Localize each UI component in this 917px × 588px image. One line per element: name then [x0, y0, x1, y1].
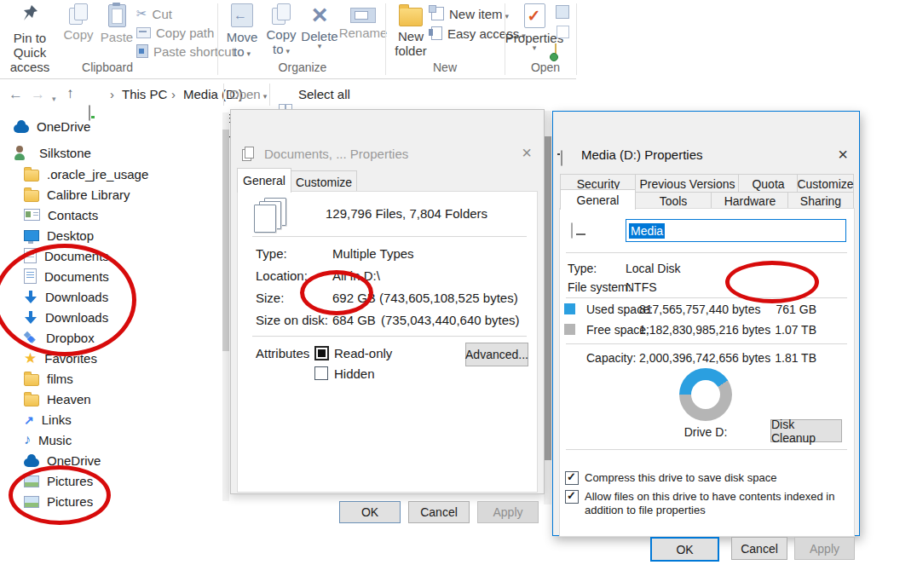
advanced-button[interactable]: Advanced...: [465, 343, 528, 366]
ok-button[interactable]: OK: [650, 537, 719, 562]
drive-icon: [561, 150, 562, 166]
sidebar-item-documents[interactable]: Documents: [24, 246, 109, 265]
sidebar-item-user[interactable]: Silkstone: [14, 143, 91, 162]
divider: [269, 84, 270, 106]
capacity-bytes: 2,000,396,742,656 bytes: [639, 351, 757, 365]
disk-cleanup-button[interactable]: Disk Cleanup: [770, 419, 842, 442]
free-space-size: 1.07 TB: [758, 323, 816, 337]
clipboard-group-label: Clipboard: [0, 61, 215, 74]
open-mini-icon[interactable]: [556, 5, 569, 19]
copy-path-button[interactable]: Copy path: [136, 24, 214, 41]
divider: [223, 84, 224, 106]
history-mini-icon[interactable]: [555, 43, 557, 60]
onedrive-icon: [24, 458, 39, 467]
drive-d-label: Drive D:: [673, 425, 738, 439]
sidebar-item-heaven[interactable]: Heaven: [24, 389, 91, 408]
cancel-button[interactable]: Cancel: [731, 537, 787, 560]
sidebar-item-documents[interactable]: Documents: [24, 267, 109, 285]
copy-icon: [68, 3, 89, 25]
dropbox-icon: [24, 331, 38, 343]
files-folders-summary: 129,796 Files, 7,804 Folders: [326, 206, 487, 221]
sidebar-item-downloads[interactable]: Downloads: [24, 287, 108, 306]
back-icon[interactable]: ←: [9, 86, 23, 103]
paste-icon: [108, 4, 126, 27]
compress-drive-label: Compress this drive to save disk space: [585, 471, 776, 484]
paste-shortcut-button[interactable]: Paste shortcut: [136, 43, 235, 60]
sidebar-item-pictures[interactable]: Pictures: [24, 471, 93, 490]
ok-button[interactable]: OK: [339, 501, 401, 523]
folder-icon: [24, 190, 39, 202]
sidebar-item-oracle-jre-usage[interactable]: .oracle_jre_usage: [24, 164, 148, 183]
organize-group-label: Organize: [220, 61, 385, 74]
new-group-label: New: [385, 61, 505, 74]
sidebar-item-links[interactable]: Links: [24, 410, 72, 429]
capacity-donut: [679, 368, 732, 421]
type-label: Type:: [568, 262, 597, 275]
type-value: Local Disk: [626, 262, 681, 275]
allow-indexing-label: Allow files on this drive to have conten…: [585, 490, 851, 517]
easy-access-icon: [431, 26, 442, 40]
tab-customize[interactable]: Customize: [797, 174, 854, 193]
allow-indexing-checkbox[interactable]: [565, 490, 579, 504]
close-icon[interactable]: [511, 141, 542, 164]
hidden-label: Hidden: [334, 366, 375, 381]
readonly-checkbox[interactable]: [314, 346, 329, 360]
tab-previous-versions[interactable]: Previous Versions: [635, 174, 740, 193]
type-label: Type:: [256, 246, 287, 261]
close-icon[interactable]: [828, 142, 857, 166]
breadcrumb-separator: [171, 87, 176, 101]
apply-button[interactable]: Apply: [794, 537, 855, 560]
compress-drive-checkbox[interactable]: [565, 471, 579, 485]
document-icon: [24, 248, 37, 263]
sidebar-item-desktop[interactable]: Desktop: [24, 226, 94, 245]
open-dropdown-button[interactable]: Open: [229, 87, 267, 101]
tab-general[interactable]: General: [237, 168, 291, 193]
sidebar-item-music[interactable]: Music: [24, 430, 72, 449]
sidebar-scrollbar-thumb[interactable]: [222, 130, 229, 351]
dialog1-title: Documents, ... Properties: [264, 147, 408, 161]
apply-button[interactable]: Apply: [477, 501, 539, 523]
hidden-checkbox[interactable]: [314, 366, 328, 380]
select-all-button[interactable]: Select all: [298, 87, 350, 101]
breadcrumb-separator: [110, 87, 114, 101]
sidebar-item-onedrive[interactable]: OneDrive: [24, 451, 101, 470]
used-space-size: 761 GB: [758, 303, 816, 316]
sidebar-item-pictures[interactable]: Pictures: [24, 492, 93, 510]
group-divider: [576, 3, 577, 75]
cut-button[interactable]: Cut: [136, 5, 172, 22]
file-list-scrollbar[interactable]: [544, 111, 551, 504]
file-list-scrollbar-thumb[interactable]: [544, 136, 551, 460]
delete-icon: [312, 3, 328, 26]
download-icon: [24, 290, 37, 304]
new-item-button[interactable]: New item: [431, 5, 509, 22]
cancel-button[interactable]: Cancel: [408, 501, 470, 523]
volume-label-input[interactable]: Media: [626, 219, 846, 242]
recent-locations-icon[interactable]: [52, 89, 56, 105]
forward-icon[interactable]: →: [31, 86, 45, 103]
sidebar-item-downloads[interactable]: Downloads: [24, 308, 108, 326]
tab-quota[interactable]: Quota: [738, 174, 799, 193]
folder-icon: [24, 374, 39, 386]
free-space-bytes: 1,182,830,985,216 bytes: [639, 323, 757, 337]
sidebar-scrollbar[interactable]: [222, 112, 229, 501]
folder-icon: [24, 395, 39, 406]
file-explorer-window: Pin to Quick access Copy Paste Cut Copy …: [0, 0, 917, 588]
breadcrumb-this-pc[interactable]: This PC: [122, 87, 167, 101]
desktop-icon: [24, 230, 39, 241]
sidebar-item-calibre-library[interactable]: Calibre Library: [24, 185, 130, 204]
sidebar-item-films[interactable]: films: [24, 369, 73, 388]
sidebar-item-favorites[interactable]: Favorites: [24, 349, 97, 367]
capacity-label: Capacity:: [586, 351, 636, 365]
location-value: All in D:\: [332, 268, 380, 283]
tab-general[interactable]: General: [560, 189, 636, 210]
size-on-disk-bytes: (735,043,440,640 bytes): [381, 313, 520, 327]
open-group-label: Open: [511, 61, 580, 74]
up-icon[interactable]: ↑: [66, 85, 74, 102]
sidebar-item-contacts[interactable]: Contacts: [24, 205, 98, 224]
tab-customize[interactable]: Customize: [291, 170, 357, 193]
download-icon: [24, 310, 37, 325]
copy-to-icon: [271, 3, 291, 25]
sidebar-item-dropbox[interactable]: Dropbox: [24, 328, 95, 347]
edit-mini-icon[interactable]: [557, 26, 569, 38]
sidebar-item-onedrive[interactable]: OneDrive: [14, 117, 90, 135]
